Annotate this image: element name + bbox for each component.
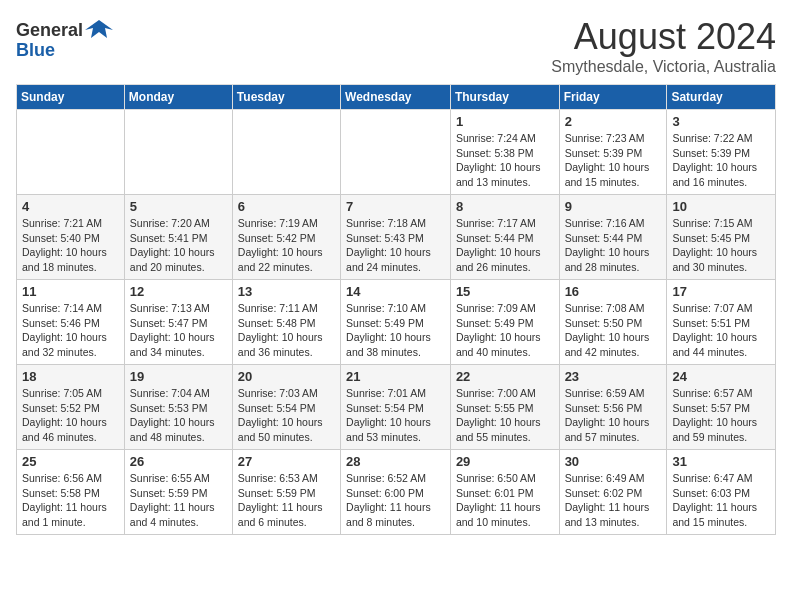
calendar-cell: 3Sunrise: 7:22 AM Sunset: 5:39 PM Daylig… bbox=[667, 110, 776, 195]
calendar-cell: 30Sunrise: 6:49 AM Sunset: 6:02 PM Dayli… bbox=[559, 450, 667, 535]
day-info: Sunrise: 7:01 AM Sunset: 5:54 PM Dayligh… bbox=[346, 386, 445, 445]
logo-bird-icon bbox=[85, 16, 113, 44]
calendar-cell: 12Sunrise: 7:13 AM Sunset: 5:47 PM Dayli… bbox=[124, 280, 232, 365]
calendar-week-row-5: 25Sunrise: 6:56 AM Sunset: 5:58 PM Dayli… bbox=[17, 450, 776, 535]
day-info: Sunrise: 7:04 AM Sunset: 5:53 PM Dayligh… bbox=[130, 386, 227, 445]
day-info: Sunrise: 7:20 AM Sunset: 5:41 PM Dayligh… bbox=[130, 216, 227, 275]
day-number: 3 bbox=[672, 114, 770, 129]
day-info: Sunrise: 7:11 AM Sunset: 5:48 PM Dayligh… bbox=[238, 301, 335, 360]
calendar-cell: 23Sunrise: 6:59 AM Sunset: 5:56 PM Dayli… bbox=[559, 365, 667, 450]
day-number: 20 bbox=[238, 369, 335, 384]
calendar-table: Sunday Monday Tuesday Wednesday Thursday… bbox=[16, 84, 776, 535]
calendar-cell bbox=[341, 110, 451, 195]
day-number: 5 bbox=[130, 199, 227, 214]
calendar-cell: 27Sunrise: 6:53 AM Sunset: 5:59 PM Dayli… bbox=[232, 450, 340, 535]
day-number: 13 bbox=[238, 284, 335, 299]
calendar-cell bbox=[124, 110, 232, 195]
calendar-cell: 20Sunrise: 7:03 AM Sunset: 5:54 PM Dayli… bbox=[232, 365, 340, 450]
calendar-cell: 25Sunrise: 6:56 AM Sunset: 5:58 PM Dayli… bbox=[17, 450, 125, 535]
calendar-cell: 21Sunrise: 7:01 AM Sunset: 5:54 PM Dayli… bbox=[341, 365, 451, 450]
calendar-header-row: Sunday Monday Tuesday Wednesday Thursday… bbox=[17, 85, 776, 110]
day-number: 27 bbox=[238, 454, 335, 469]
calendar-week-row-1: 1Sunrise: 7:24 AM Sunset: 5:38 PM Daylig… bbox=[17, 110, 776, 195]
day-info: Sunrise: 7:23 AM Sunset: 5:39 PM Dayligh… bbox=[565, 131, 662, 190]
calendar-week-row-4: 18Sunrise: 7:05 AM Sunset: 5:52 PM Dayli… bbox=[17, 365, 776, 450]
day-number: 22 bbox=[456, 369, 554, 384]
calendar-cell: 2Sunrise: 7:23 AM Sunset: 5:39 PM Daylig… bbox=[559, 110, 667, 195]
calendar-cell: 13Sunrise: 7:11 AM Sunset: 5:48 PM Dayli… bbox=[232, 280, 340, 365]
day-info: Sunrise: 6:59 AM Sunset: 5:56 PM Dayligh… bbox=[565, 386, 662, 445]
day-info: Sunrise: 7:19 AM Sunset: 5:42 PM Dayligh… bbox=[238, 216, 335, 275]
day-number: 10 bbox=[672, 199, 770, 214]
day-number: 26 bbox=[130, 454, 227, 469]
calendar-cell: 5Sunrise: 7:20 AM Sunset: 5:41 PM Daylig… bbox=[124, 195, 232, 280]
header-monday: Monday bbox=[124, 85, 232, 110]
day-number: 7 bbox=[346, 199, 445, 214]
day-number: 8 bbox=[456, 199, 554, 214]
day-info: Sunrise: 7:10 AM Sunset: 5:49 PM Dayligh… bbox=[346, 301, 445, 360]
calendar-title: August 2024 bbox=[551, 16, 776, 58]
day-number: 9 bbox=[565, 199, 662, 214]
calendar-cell: 14Sunrise: 7:10 AM Sunset: 5:49 PM Dayli… bbox=[341, 280, 451, 365]
header-sunday: Sunday bbox=[17, 85, 125, 110]
day-number: 19 bbox=[130, 369, 227, 384]
day-number: 23 bbox=[565, 369, 662, 384]
day-info: Sunrise: 7:24 AM Sunset: 5:38 PM Dayligh… bbox=[456, 131, 554, 190]
calendar-subtitle: Smythesdale, Victoria, Australia bbox=[551, 58, 776, 76]
calendar-cell bbox=[17, 110, 125, 195]
calendar-cell: 24Sunrise: 6:57 AM Sunset: 5:57 PM Dayli… bbox=[667, 365, 776, 450]
calendar-cell: 26Sunrise: 6:55 AM Sunset: 5:59 PM Dayli… bbox=[124, 450, 232, 535]
calendar-cell: 6Sunrise: 7:19 AM Sunset: 5:42 PM Daylig… bbox=[232, 195, 340, 280]
day-number: 2 bbox=[565, 114, 662, 129]
calendar-week-row-3: 11Sunrise: 7:14 AM Sunset: 5:46 PM Dayli… bbox=[17, 280, 776, 365]
day-number: 18 bbox=[22, 369, 119, 384]
header-friday: Friday bbox=[559, 85, 667, 110]
day-number: 14 bbox=[346, 284, 445, 299]
day-number: 15 bbox=[456, 284, 554, 299]
calendar-cell: 31Sunrise: 6:47 AM Sunset: 6:03 PM Dayli… bbox=[667, 450, 776, 535]
day-number: 30 bbox=[565, 454, 662, 469]
day-number: 28 bbox=[346, 454, 445, 469]
logo-text-general: General bbox=[16, 20, 83, 41]
day-number: 29 bbox=[456, 454, 554, 469]
day-info: Sunrise: 6:47 AM Sunset: 6:03 PM Dayligh… bbox=[672, 471, 770, 530]
day-info: Sunrise: 6:50 AM Sunset: 6:01 PM Dayligh… bbox=[456, 471, 554, 530]
header-thursday: Thursday bbox=[450, 85, 559, 110]
day-info: Sunrise: 7:22 AM Sunset: 5:39 PM Dayligh… bbox=[672, 131, 770, 190]
calendar-cell: 4Sunrise: 7:21 AM Sunset: 5:40 PM Daylig… bbox=[17, 195, 125, 280]
day-number: 24 bbox=[672, 369, 770, 384]
calendar-cell: 19Sunrise: 7:04 AM Sunset: 5:53 PM Dayli… bbox=[124, 365, 232, 450]
header-wednesday: Wednesday bbox=[341, 85, 451, 110]
day-info: Sunrise: 6:52 AM Sunset: 6:00 PM Dayligh… bbox=[346, 471, 445, 530]
day-info: Sunrise: 7:17 AM Sunset: 5:44 PM Dayligh… bbox=[456, 216, 554, 275]
logo: General Blue bbox=[16, 16, 113, 61]
day-number: 17 bbox=[672, 284, 770, 299]
calendar-cell: 22Sunrise: 7:00 AM Sunset: 5:55 PM Dayli… bbox=[450, 365, 559, 450]
header-saturday: Saturday bbox=[667, 85, 776, 110]
day-number: 16 bbox=[565, 284, 662, 299]
day-info: Sunrise: 6:53 AM Sunset: 5:59 PM Dayligh… bbox=[238, 471, 335, 530]
day-number: 21 bbox=[346, 369, 445, 384]
day-number: 25 bbox=[22, 454, 119, 469]
day-info: Sunrise: 7:18 AM Sunset: 5:43 PM Dayligh… bbox=[346, 216, 445, 275]
day-info: Sunrise: 7:08 AM Sunset: 5:50 PM Dayligh… bbox=[565, 301, 662, 360]
day-number: 12 bbox=[130, 284, 227, 299]
day-info: Sunrise: 7:00 AM Sunset: 5:55 PM Dayligh… bbox=[456, 386, 554, 445]
day-info: Sunrise: 7:05 AM Sunset: 5:52 PM Dayligh… bbox=[22, 386, 119, 445]
day-info: Sunrise: 7:15 AM Sunset: 5:45 PM Dayligh… bbox=[672, 216, 770, 275]
calendar-cell: 29Sunrise: 6:50 AM Sunset: 6:01 PM Dayli… bbox=[450, 450, 559, 535]
calendar-cell: 15Sunrise: 7:09 AM Sunset: 5:49 PM Dayli… bbox=[450, 280, 559, 365]
title-section: August 2024 Smythesdale, Victoria, Austr… bbox=[551, 16, 776, 76]
calendar-week-row-2: 4Sunrise: 7:21 AM Sunset: 5:40 PM Daylig… bbox=[17, 195, 776, 280]
day-number: 6 bbox=[238, 199, 335, 214]
calendar-cell: 16Sunrise: 7:08 AM Sunset: 5:50 PM Dayli… bbox=[559, 280, 667, 365]
calendar-cell bbox=[232, 110, 340, 195]
day-number: 31 bbox=[672, 454, 770, 469]
day-info: Sunrise: 6:57 AM Sunset: 5:57 PM Dayligh… bbox=[672, 386, 770, 445]
calendar-cell: 7Sunrise: 7:18 AM Sunset: 5:43 PM Daylig… bbox=[341, 195, 451, 280]
svg-marker-0 bbox=[85, 20, 113, 38]
day-number: 4 bbox=[22, 199, 119, 214]
day-info: Sunrise: 7:21 AM Sunset: 5:40 PM Dayligh… bbox=[22, 216, 119, 275]
calendar-cell: 9Sunrise: 7:16 AM Sunset: 5:44 PM Daylig… bbox=[559, 195, 667, 280]
day-info: Sunrise: 7:14 AM Sunset: 5:46 PM Dayligh… bbox=[22, 301, 119, 360]
